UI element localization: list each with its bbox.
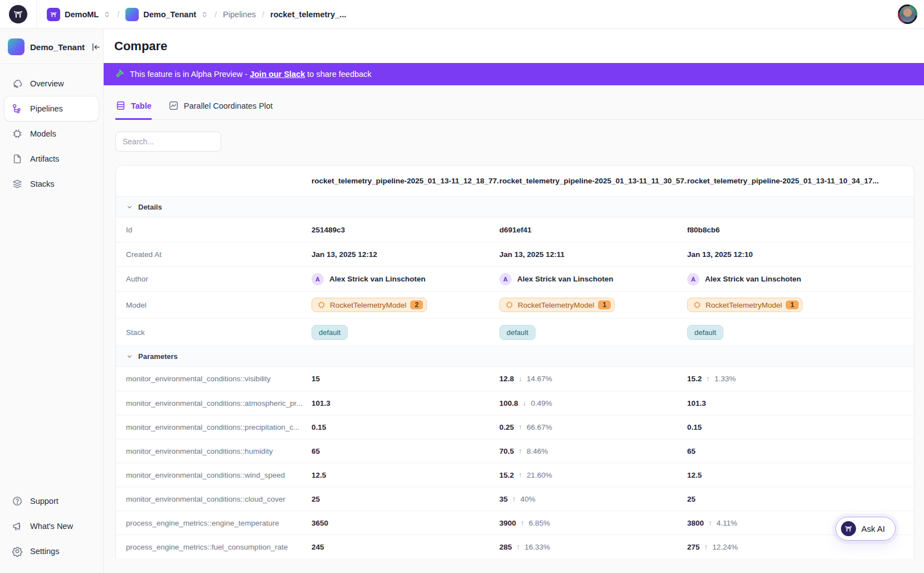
sidebar-item-stacks[interactable]: Stacks bbox=[4, 172, 99, 196]
metric-cell: 100.8↓0.49% bbox=[499, 399, 687, 407]
page-header: Compare bbox=[104, 29, 924, 63]
chevron-down-icon bbox=[126, 353, 133, 360]
sidebar-item-artifacts[interactable]: Artifacts bbox=[4, 147, 99, 171]
tenant-selector[interactable]: Demo_Tenant bbox=[125, 8, 208, 21]
column-header[interactable]: rocket_telemetry_pipeline-2025_01_13-11_… bbox=[312, 177, 499, 185]
metric-value: 100.8 bbox=[499, 399, 518, 407]
metric-percent: 16.33% bbox=[524, 543, 550, 551]
arrow-up-icon: ↑ bbox=[708, 519, 712, 527]
row-label: process_engine_metrics::fuel_consumption… bbox=[116, 543, 312, 551]
metric-value: 3900 bbox=[499, 519, 516, 527]
sidebar-item-label: Stacks bbox=[30, 179, 55, 188]
arrow-down-icon: ↓ bbox=[523, 399, 527, 407]
metric-cell: 65 bbox=[687, 447, 914, 455]
section-header-details[interactable]: Details bbox=[116, 196, 914, 217]
tenant-name: Demo_Tenant bbox=[143, 10, 196, 19]
sidebar-item-pipelines[interactable]: Pipelines bbox=[4, 96, 99, 121]
table-row: monitor_environmental_conditions::cloud_… bbox=[116, 487, 914, 511]
metric-percent: 66.67% bbox=[527, 423, 552, 431]
model-cell: RocketTelemetryModel1 bbox=[499, 298, 687, 312]
zenml-logo-icon[interactable] bbox=[9, 5, 27, 23]
metric-cell: 25 bbox=[687, 495, 914, 503]
row-label: Id bbox=[116, 226, 312, 234]
stack-cell: default bbox=[687, 325, 914, 340]
metric-percent: 8.46% bbox=[527, 447, 548, 455]
sidebar-item-label: Overview bbox=[30, 79, 64, 88]
metric-cell: 3650 bbox=[312, 519, 499, 527]
section-header-parameters[interactable]: Parameters bbox=[116, 346, 914, 367]
alpha-preview-banner: This feature is in Alpha Preview - Join … bbox=[104, 63, 924, 85]
cell-value: Jan 13, 2025 12:12 bbox=[312, 250, 499, 259]
sidebar-item-settings[interactable]: Settings bbox=[4, 539, 99, 564]
banner-text: This feature is in Alpha Preview - Join … bbox=[130, 70, 372, 79]
collapse-sidebar-icon[interactable] bbox=[90, 42, 101, 52]
column-header[interactable]: rocket_telemetry_pipeline-2025_01_13-11_… bbox=[687, 177, 914, 185]
model-cell: RocketTelemetryModel2 bbox=[312, 298, 499, 312]
breadcrumb: DemoML / Demo_Tenant / Pipelines / rocke… bbox=[47, 8, 346, 21]
table-row: process_engine_metrics::engine_temperatu… bbox=[116, 511, 914, 535]
metric-value: 0.15 bbox=[312, 423, 326, 431]
arrow-up-icon: ↑ bbox=[706, 375, 710, 383]
author-name: Alex Strick van Linschoten bbox=[329, 275, 426, 283]
metric-value: 275 bbox=[687, 543, 700, 551]
column-header[interactable]: rocket_telemetry_pipeline-2025_01_13-11_… bbox=[499, 177, 687, 185]
table-tab-icon bbox=[115, 100, 126, 111]
models-icon bbox=[505, 300, 514, 309]
metric-value: 0.25 bbox=[499, 423, 514, 431]
chevron-updown-icon bbox=[103, 11, 111, 18]
divider bbox=[0, 64, 103, 64]
breadcrumb-separator: / bbox=[215, 10, 217, 19]
breadcrumb-current: rocket_telemetry_... bbox=[270, 10, 346, 19]
model-badge[interactable]: RocketTelemetryModel1 bbox=[499, 298, 615, 312]
sidebar-item-models[interactable]: Models bbox=[4, 122, 99, 146]
tenant-logo-icon bbox=[8, 38, 25, 55]
compare-table: rocket_telemetry_pipeline-2025_01_13-11_… bbox=[115, 165, 915, 559]
tab-parallel-coordinates-plot[interactable]: Parallel Coordinates Plot bbox=[168, 100, 273, 120]
row-label: monitor_environmental_conditions::visibi… bbox=[116, 375, 312, 383]
model-badge[interactable]: RocketTelemetryModel2 bbox=[312, 298, 427, 312]
tenant-logo-icon bbox=[125, 8, 139, 21]
whats-new-icon bbox=[12, 521, 23, 532]
sidebar-item-what-s-new[interactable]: What's New bbox=[4, 514, 99, 538]
stack-badge[interactable]: default bbox=[312, 325, 348, 340]
author-avatar: A bbox=[312, 273, 324, 285]
model-badge[interactable]: RocketTelemetryModel1 bbox=[687, 298, 803, 312]
test-tube-icon bbox=[114, 69, 124, 79]
breadcrumb-pipelines[interactable]: Pipelines bbox=[223, 10, 256, 19]
stack-badge[interactable]: default bbox=[687, 325, 723, 340]
metric-value: 101.3 bbox=[312, 399, 330, 407]
view-tabs: TableParallel Coordinates Plot bbox=[115, 85, 924, 120]
stack-cell: default bbox=[499, 325, 687, 340]
table-row: monitor_environmental_conditions::atmosp… bbox=[116, 391, 914, 415]
chevron-down-icon bbox=[126, 203, 133, 211]
metric-value: 285 bbox=[499, 543, 512, 551]
tab-label: Parallel Coordinates Plot bbox=[184, 101, 273, 110]
join-slack-link[interactable]: Join our Slack bbox=[250, 70, 305, 79]
metric-percent: 1.33% bbox=[714, 375, 736, 383]
arrow-up-icon: ↑ bbox=[517, 543, 521, 551]
metric-cell: 15.2↑21.60% bbox=[499, 471, 687, 479]
model-version-badge: 2 bbox=[410, 300, 423, 309]
row-label: monitor_environmental_conditions::humidi… bbox=[116, 447, 312, 455]
workspace-selector[interactable]: DemoML bbox=[47, 8, 111, 21]
metric-cell: 15.2↑1.33% bbox=[687, 375, 914, 383]
metric-cell: 245 bbox=[312, 543, 499, 551]
arrow-up-icon: ↑ bbox=[704, 543, 708, 551]
user-avatar[interactable] bbox=[898, 4, 917, 24]
sidebar: Demo_Tenant OverviewPipelinesModelsArtif… bbox=[0, 29, 104, 573]
sidebar-item-support[interactable]: Support bbox=[4, 489, 99, 513]
table-row: monitor_environmental_conditions::humidi… bbox=[116, 439, 914, 463]
sidebar-footer: SupportWhat's NewSettings bbox=[3, 488, 100, 564]
sidebar-item-overview[interactable]: Overview bbox=[4, 71, 99, 96]
models-icon bbox=[317, 300, 326, 309]
tab-table[interactable]: Table bbox=[115, 100, 152, 120]
metric-value: 15.2 bbox=[499, 471, 514, 479]
search-input[interactable] bbox=[115, 132, 221, 152]
metric-value: 3650 bbox=[312, 519, 328, 527]
row-label: monitor_environmental_conditions::wind_s… bbox=[116, 471, 312, 479]
metric-cell: 12.8↓14.67% bbox=[499, 375, 687, 383]
model-cell: RocketTelemetryModel1 bbox=[687, 298, 914, 312]
metric-cell: 0.15 bbox=[312, 423, 499, 431]
ask-ai-button[interactable]: Ask AI bbox=[835, 517, 896, 541]
stack-badge[interactable]: default bbox=[499, 325, 536, 340]
